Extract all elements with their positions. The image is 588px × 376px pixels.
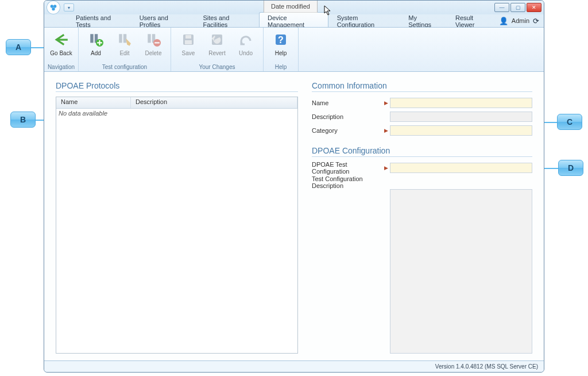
svg-point-2: [52, 7, 55, 10]
svg-rect-7: [123, 34, 126, 43]
grid-body: No data available: [56, 109, 297, 353]
description-input[interactable]: [390, 112, 532, 122]
edit-icon: [117, 32, 133, 48]
protocols-title: DPOAE Protocols: [56, 81, 298, 92]
row-description: Description: [312, 110, 532, 123]
callout-b: B: [10, 112, 36, 128]
left-pane: DPOAE Protocols Name Description No data…: [56, 81, 298, 354]
svg-rect-12: [185, 35, 191, 39]
common-info-title: Common Information: [312, 81, 532, 92]
callout-a-line: [31, 47, 45, 48]
svg-rect-3: [90, 34, 93, 43]
body-area: DPOAE Protocols Name Description No data…: [44, 72, 544, 360]
refresh-icon[interactable]: ⟳: [533, 17, 539, 25]
svg-text:?: ?: [278, 35, 284, 45]
quick-access-dropdown[interactable]: ▾: [64, 3, 74, 11]
svg-rect-6: [119, 34, 122, 43]
callout-a: A: [6, 39, 31, 55]
help-button[interactable]: ? Help: [267, 29, 295, 57]
ribbon: Go Back Navigation Add Edit: [44, 27, 544, 72]
protocols-grid[interactable]: Name Description No data available: [56, 97, 298, 354]
back-arrow-icon: [53, 32, 69, 48]
ribbon-group-changes: Save Revert Undo Your Changes: [171, 28, 264, 71]
undo-icon: [238, 32, 254, 48]
callout-c-line: [544, 122, 557, 123]
tooltip-date-modified: Date modified: [264, 0, 318, 13]
callout-c: C: [557, 114, 582, 130]
test-config-select[interactable]: [390, 163, 532, 173]
delete-button: Delete: [140, 29, 167, 57]
edit-button: Edit: [111, 29, 138, 57]
name-input[interactable]: [390, 98, 532, 108]
menu-tabs: Patients and Tests Users and Profiles Si…: [44, 14, 544, 27]
svg-point-0: [51, 5, 53, 7]
ribbon-group-navigation: Go Back Navigation: [44, 28, 79, 71]
row-test-config: DPOAE Test Configuration ▶: [312, 162, 532, 174]
dpoae-config-title: DPOAE Configuration: [312, 146, 532, 157]
col-name[interactable]: Name: [56, 97, 131, 108]
col-description[interactable]: Description: [131, 97, 297, 108]
svg-rect-13: [185, 40, 192, 44]
user-label[interactable]: Admin: [512, 17, 529, 24]
callout-d-line: [544, 168, 558, 169]
revert-icon: [209, 32, 225, 48]
version-label: Version 1.4.0.4812 (MS SQL Server CE): [435, 363, 538, 370]
app-logo[interactable]: [47, 1, 60, 14]
app-window: ▾ Date modified — ▢ ✕ Patients and Tests…: [44, 0, 544, 373]
revert-button: Revert: [203, 29, 231, 57]
grid-empty-text: No data available: [56, 109, 297, 118]
maximize-button[interactable]: ▢: [510, 3, 525, 12]
help-icon: ?: [273, 32, 289, 48]
go-back-button[interactable]: Go Back: [48, 29, 75, 57]
svg-point-1: [53, 5, 56, 7]
row-category: Category ▶: [312, 124, 532, 137]
category-select[interactable]: [390, 125, 532, 136]
delete-icon: [145, 32, 161, 48]
ribbon-group-help: ? Help Help: [264, 28, 299, 71]
row-test-config-desc-label: Test Configuration Description: [312, 175, 532, 188]
minimize-button[interactable]: —: [494, 3, 509, 12]
undo-button: Undo: [232, 29, 260, 57]
required-marker: ▶: [384, 128, 390, 133]
row-name: Name ▶: [312, 97, 532, 109]
ribbon-group-test-config: Add Edit Delete Test configuration: [79, 28, 171, 71]
right-pane: Common Information Name ▶ Description Ca…: [312, 81, 532, 354]
required-marker: ▶: [384, 100, 390, 106]
close-button[interactable]: ✕: [527, 3, 541, 12]
required-marker: ▶: [384, 165, 390, 171]
add-icon: [88, 32, 104, 48]
status-bar: Version 1.4.0.4812 (MS SQL Server CE): [44, 360, 544, 372]
save-button: Save: [175, 29, 202, 57]
svg-rect-8: [148, 34, 150, 43]
save-icon: [180, 32, 196, 48]
grid-header: Name Description: [56, 97, 297, 109]
test-config-description[interactable]: [390, 189, 532, 354]
add-button[interactable]: Add: [82, 29, 110, 57]
callout-d: D: [558, 160, 583, 176]
user-icon: 👤: [499, 17, 508, 25]
